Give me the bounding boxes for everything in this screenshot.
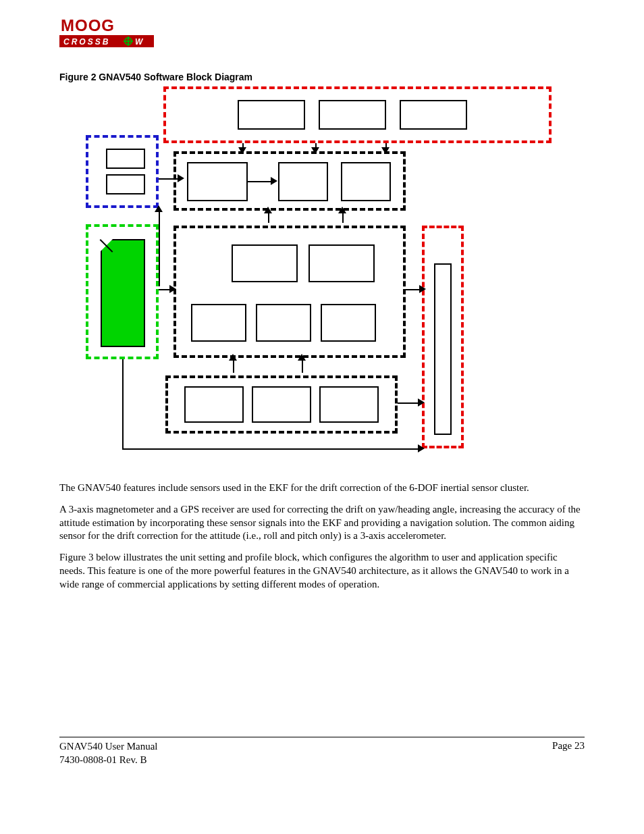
svg-text:W: W	[135, 37, 144, 47]
brand-top-text: MOOG	[61, 16, 115, 34]
paragraph: A 3-axis magnetometer and a GPS receiver…	[59, 503, 585, 543]
diagram-box-green	[101, 239, 145, 347]
body-text: The GNAV540 features include sensors use…	[59, 481, 585, 592]
diagram-box	[238, 100, 305, 130]
footer-manual-title: GNAV540 User Manual	[59, 740, 158, 754]
footer-page-number: Page 23	[552, 740, 585, 766]
brand-logo: MOOG CROSSB W	[59, 16, 585, 51]
diagram-box	[252, 386, 311, 423]
diagram-box	[278, 162, 328, 201]
diagram-box	[321, 304, 376, 342]
diagram-box	[232, 244, 298, 282]
diagram-box	[400, 100, 467, 130]
diagram-box	[308, 244, 375, 282]
diagram-box	[256, 304, 311, 342]
paragraph: The GNAV540 features include sensors use…	[59, 481, 585, 495]
page-footer: GNAV540 User Manual 7430-0808-01 Rev. B …	[59, 737, 585, 766]
diagram-group-blue	[86, 135, 159, 208]
diagram-box	[319, 386, 379, 423]
diagram-box	[191, 304, 246, 342]
footer-doc-number: 7430-0808-01 Rev. B	[59, 754, 158, 767]
block-diagram	[86, 86, 558, 460]
diagram-box	[341, 162, 391, 201]
diagram-box	[319, 100, 386, 130]
diagram-box	[106, 149, 145, 169]
figure-caption: Figure 2 GNAV540 Software Block Diagram	[59, 72, 585, 82]
paragraph: Figure 3 below illustrates the unit sett…	[59, 551, 585, 591]
diagram-box	[434, 263, 452, 435]
diagram-box	[187, 162, 248, 201]
diagram-box	[184, 386, 244, 423]
diagram-box	[106, 174, 145, 194]
brand-bottom-text: CROSSB	[63, 37, 110, 47]
